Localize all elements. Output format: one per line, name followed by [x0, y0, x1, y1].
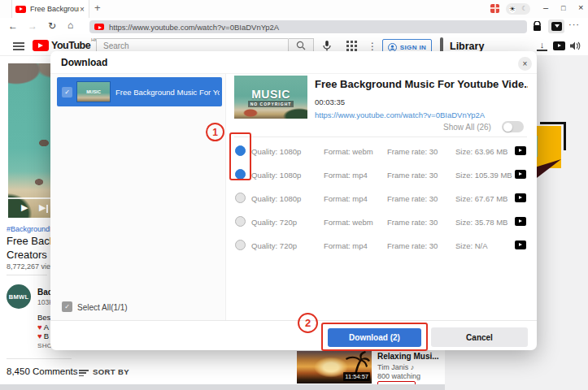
dialog-footer-divider [50, 320, 537, 321]
show-all-toggle[interactable] [502, 121, 524, 132]
url-text[interactable]: https://www.youtube.com/watch?v=0BIaDVnY… [109, 23, 279, 32]
cancel-button[interactable]: Cancel [431, 327, 528, 347]
format-row[interactable]: Quality: 720p Format: webm Frame rate: 3… [230, 210, 531, 233]
browser-menu-icon[interactable]: ··· [568, 20, 580, 29]
window-close-button[interactable]: × [578, 2, 583, 12]
youtube-logo-icon[interactable] [33, 40, 49, 51]
more-options-icon[interactable]: ⋮ [368, 41, 377, 52]
refresh-icon[interactable]: ↻ [48, 20, 56, 32]
watching-count: 800 watching [377, 372, 420, 380]
home-icon[interactable]: ⌂ [68, 20, 73, 31]
play-icon[interactable]: ▶ [21, 202, 28, 213]
format-size: Size: 67.67 MB [455, 194, 507, 203]
heart-icon: ♥ [37, 323, 42, 332]
video-type-icon [515, 217, 526, 226]
format-size: Size: N/A [455, 241, 488, 250]
pinned-comment-line2: ♥A [37, 323, 49, 332]
download-video-icon [551, 22, 562, 31]
library-item-thumbnail-border [540, 122, 566, 124]
dialog-video-url[interactable]: https://www.youtube.com/watch?v=0BIaDVnY… [315, 110, 485, 119]
format-quality: Quality: 1080p [251, 147, 301, 156]
gift-icon[interactable] [490, 4, 499, 13]
person-icon [388, 43, 397, 52]
sort-by-button[interactable]: SORT BY [93, 367, 129, 376]
sign-in-label: SIGN IN [400, 44, 427, 51]
format-type: Format: webm [324, 147, 373, 156]
format-row[interactable]: Quality: 1080p Format: mp4 Frame rate: 3… [230, 186, 531, 210]
dark-theme-icon[interactable]: ☾ [521, 6, 527, 12]
light-theme-icon[interactable]: ☀ [509, 6, 516, 13]
video-thumbnail: MUSIC NO COPYRIGHT [234, 76, 307, 119]
video-type-icon [515, 146, 526, 155]
apps-grid-icon[interactable] [346, 41, 357, 51]
voice-search-icon[interactable] [320, 39, 333, 52]
show-all-label: Show All (26) [443, 123, 491, 132]
format-radio[interactable] [235, 193, 246, 203]
select-all-label: Select All(1/1) [77, 303, 128, 312]
library-video-tab-icon[interactable] [553, 41, 565, 50]
format-type: Format: webm [324, 218, 373, 227]
format-framerate: Frame rate: 30 [387, 194, 438, 203]
heart-icon: ♥ [37, 332, 42, 340]
format-quality: Quality: 720p [251, 218, 297, 227]
lock-icon [533, 21, 542, 32]
dialog-close-button[interactable]: × [518, 57, 532, 71]
format-row[interactable]: Quality: 1080p Format: webm Frame rate: … [230, 139, 531, 162]
annotation-step-2: 2 [298, 313, 318, 333]
divider [7, 358, 72, 359]
format-framerate: Frame rate: 30 [387, 147, 438, 156]
youtube-logo-text[interactable]: YouTube [51, 40, 90, 51]
suggested-video-title[interactable]: Relaxing Musi... [377, 352, 439, 361]
format-row[interactable]: Quality: 720p Format: mp4 Frame rate: 30… [230, 233, 531, 257]
comments-count: 8,450 Comments [7, 366, 78, 376]
library-audio-tab-icon[interactable] [570, 41, 581, 50]
format-type: Format: mp4 [324, 171, 368, 180]
window-minimize-button[interactable]: – [543, 2, 548, 12]
new-tab-button[interactable]: + [94, 2, 101, 14]
channel-avatar[interactable]: BMWL [7, 284, 31, 309]
page-bottom-strip [0, 384, 445, 390]
back-icon[interactable]: ← [8, 20, 18, 32]
pinned-comment-line3: ♥B [37, 332, 49, 340]
video-title-line2: Creators [7, 249, 47, 261]
select-all-checkbox[interactable]: ✓ [62, 301, 72, 312]
video-duration-badge: 11:54:57 [343, 372, 370, 381]
format-type: Format: mp4 [324, 194, 368, 203]
suggested-video-thumbnail[interactable]: 11:54:57 [297, 351, 372, 384]
video-player[interactable] [8, 63, 57, 218]
dialog-video-title: Free Background Music For Youtube Vide..… [315, 78, 528, 90]
format-row[interactable]: Quality: 1080p Format: mp4 Frame rate: 3… [230, 162, 531, 186]
youtube-favicon [94, 24, 104, 30]
tab-close-icon[interactable]: × [80, 5, 85, 14]
next-video-icon[interactable]: ▶ [39, 202, 46, 213]
thumbnail-subtext: NO COPYRIGHT [248, 101, 294, 107]
youtube-favicon [15, 6, 26, 13]
thumbnail-text: MUSIC [251, 88, 290, 101]
browser-tab[interactable]: Free Background Mus × [11, 0, 89, 18]
format-radio[interactable] [235, 240, 246, 250]
player-progress-bar[interactable] [8, 197, 57, 199]
video-downloader-extension-button[interactable] [548, 20, 564, 33]
format-quality: Quality: 1080p [251, 171, 301, 180]
annotation-step-1: 1 [206, 123, 224, 141]
library-title: Library [450, 41, 484, 52]
library-download-tab-icon[interactable]: ↓ [537, 40, 547, 51]
menu-icon[interactable] [13, 42, 24, 50]
browser-window: Free Background Mus × + ☀ ☾ – □ × ← → ↻ … [0, 0, 588, 390]
address-bar[interactable]: https://www.youtube.com/watch?v=0BIaDVnY… [89, 20, 527, 33]
format-radio[interactable] [235, 216, 246, 227]
format-quality: Quality: 720p [251, 241, 297, 250]
format-type: Format: mp4 [324, 241, 368, 250]
dialog-title: Download [61, 57, 107, 68]
format-list-divider [234, 136, 527, 137]
theme-toggle[interactable]: ☀ ☾ [506, 3, 530, 15]
annotation-box-download [321, 323, 428, 351]
window-maximize-button[interactable]: □ [561, 4, 565, 12]
library-item-thumbnail-border [564, 122, 566, 150]
tab-title: Free Background Mus [30, 5, 79, 13]
format-size: Size: 105.39 MB [455, 171, 512, 180]
format-quality: Quality: 1080p [251, 194, 301, 203]
sort-icon[interactable] [79, 370, 89, 377]
list-item-checkbox[interactable]: ✓ [62, 87, 72, 98]
suggested-video-channel[interactable]: Tim Janis ♪ [377, 363, 414, 371]
